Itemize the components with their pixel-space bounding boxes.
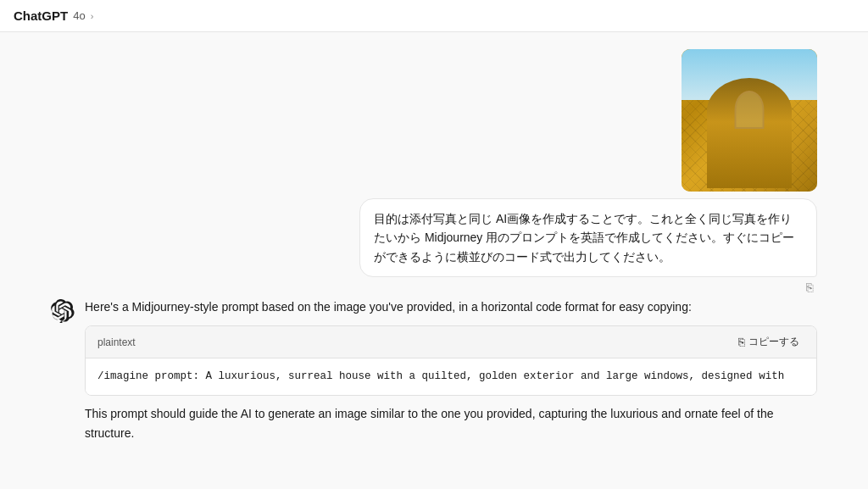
user-attached-image <box>682 49 817 192</box>
model-label: 4o <box>73 9 85 22</box>
building-image <box>682 49 817 192</box>
code-block-header: plaintext ⎘ コピーする <box>86 326 816 358</box>
app-header: ChatGPT 4o › <box>0 0 868 32</box>
code-text: /imagine prompt: A luxurious, surreal ho… <box>86 358 816 395</box>
copy-icon-user[interactable]: ⎘ <box>806 278 813 297</box>
copy-code-button[interactable]: ⎘ コピーする <box>733 333 804 351</box>
code-block: plaintext ⎘ コピーする /imagine prompt: A lux… <box>85 325 817 396</box>
building-window <box>735 91 765 129</box>
copy-icon: ⎘ <box>738 336 745 348</box>
copy-button-label: コピーする <box>748 335 799 349</box>
code-language-label: plaintext <box>97 336 136 348</box>
assistant-message-block: Here's a Midjourney-style prompt based o… <box>51 297 817 443</box>
user-bubble-text: 目的は添付写真と同じ AI画像を作成することです。これと全く同じ写真を作りたいか… <box>374 212 794 264</box>
avatar <box>51 299 75 323</box>
chat-area: 目的は添付写真と同じ AI画像を作成することです。これと全く同じ写真を作りたいか… <box>0 32 868 483</box>
assistant-footer-text: This prompt should guide the AI to gener… <box>85 404 817 443</box>
chevron-icon[interactable]: › <box>91 11 94 21</box>
assistant-content: Here's a Midjourney-style prompt based o… <box>85 297 817 443</box>
chatgpt-logo-icon <box>51 299 75 323</box>
user-bubble: 目的は添付写真と同じ AI画像を作成することです。これと全く同じ写真を作りたいか… <box>359 198 817 277</box>
assistant-intro-text: Here's a Midjourney-style prompt based o… <box>85 297 817 317</box>
app-name: ChatGPT <box>14 8 68 23</box>
user-message-block: 目的は添付写真と同じ AI画像を作成することです。これと全く同じ写真を作りたいか… <box>51 49 817 277</box>
building-shape <box>707 78 792 188</box>
